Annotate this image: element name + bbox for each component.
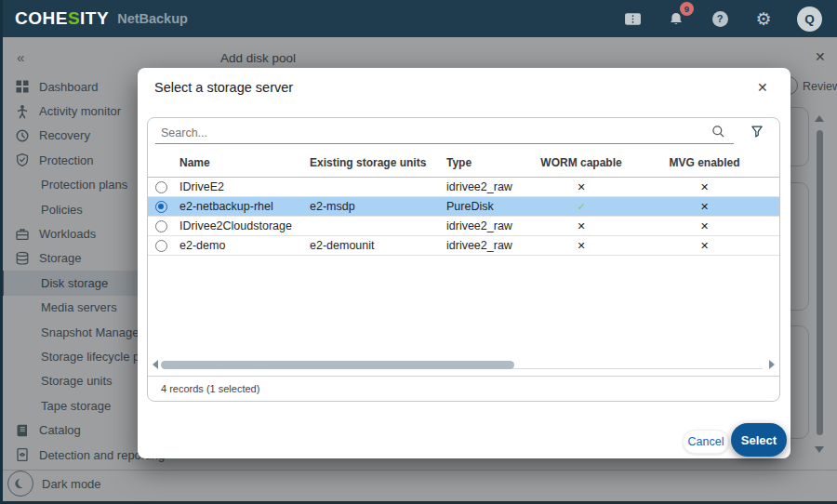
- cell-name: IDrivee2Cloudstorage: [179, 219, 310, 232]
- column-header-worm-capable[interactable]: WORM capable: [525, 156, 637, 169]
- settings-button[interactable]: ⚙: [753, 8, 774, 29]
- dialog-cancel-button[interactable]: Cancel: [683, 430, 729, 454]
- dialog-close-button[interactable]: ✕: [755, 78, 770, 97]
- radio-button[interactable]: [155, 240, 167, 252]
- dialog-select-button[interactable]: Select: [731, 423, 787, 457]
- cohesity-logo[interactable]: COHESITY: [15, 8, 109, 29]
- hscroll-thumb[interactable]: [161, 361, 514, 369]
- radio-button[interactable]: [155, 181, 167, 193]
- logo-accent-letter: S: [68, 8, 80, 28]
- cell-type: idrivee2_raw: [446, 219, 525, 232]
- table-row[interactable]: e2-demo e2-demounit idrivee2_raw ✕ ✕: [148, 236, 779, 256]
- dialog-title: Select a storage server: [154, 80, 293, 95]
- radio-button[interactable]: [155, 220, 167, 232]
- storage-server-table: Name Existing storage units Type WORM ca…: [147, 117, 780, 402]
- search-input[interactable]: [155, 123, 734, 144]
- cell-type: idrivee2_raw: [446, 239, 525, 252]
- search-icon[interactable]: [711, 125, 725, 142]
- table-body: IDriveE2 idrivee2_raw ✕ ✕ e2-netbackup-r…: [148, 178, 779, 256]
- cell-name: e2-netbackup-rhel: [179, 200, 310, 213]
- cell-type: PureDisk: [446, 200, 525, 213]
- gear-icon: ⚙: [755, 10, 771, 28]
- hscroll-right-arrow-icon[interactable]: [769, 360, 775, 369]
- ticket-icon: [624, 12, 642, 26]
- column-header-name[interactable]: Name: [179, 156, 310, 169]
- mvg-enabled-mark: ✕: [637, 220, 772, 232]
- cell-name: e2-demo: [179, 239, 310, 252]
- mvg-enabled-mark: ✕: [637, 240, 772, 252]
- worm-capable-check: ✓: [525, 201, 637, 213]
- cell-name: IDriveE2: [179, 180, 310, 193]
- worm-capable-mark: ✕: [525, 181, 637, 193]
- radio-button-selected[interactable]: [155, 201, 167, 213]
- product-name: NetBackup: [117, 11, 188, 26]
- mvg-enabled-mark: ✕: [637, 201, 772, 213]
- notification-badge: 9: [680, 2, 694, 16]
- worm-capable-mark: ✕: [525, 220, 637, 232]
- table-footer-divider: [148, 376, 779, 377]
- table-row[interactable]: IDriveE2 idrivee2_raw ✕ ✕: [148, 178, 779, 197]
- select-storage-server-dialog: Select a storage server ✕ Name Existing …: [138, 68, 790, 458]
- table-row-selected[interactable]: e2-netbackup-rhel e2-msdp PureDisk ✓ ✕: [148, 197, 779, 217]
- user-avatar[interactable]: Q: [797, 7, 822, 32]
- worm-capable-mark: ✕: [525, 240, 637, 252]
- column-header-type[interactable]: Type: [446, 156, 525, 169]
- records-summary: 4 records (1 selected): [161, 383, 259, 394]
- logo-text-end: ITY: [80, 8, 109, 28]
- app-header: COHESITY NetBackup 9 ? ⚙ Q: [0, 0, 837, 37]
- mvg-enabled-mark: ✕: [637, 181, 772, 193]
- table-header-row: Name Existing storage units Type WORM ca…: [148, 148, 779, 178]
- column-header-mvg-enabled[interactable]: MVG enabled: [637, 156, 772, 169]
- cell-existing-storage-units: e2-demounit: [310, 239, 446, 252]
- hscroll-left-arrow-icon[interactable]: [153, 360, 158, 369]
- app-window: COHESITY NetBackup 9 ? ⚙ Q « Add disk po…: [0, 0, 837, 504]
- header-actions: 9 ? ⚙ Q: [622, 7, 822, 32]
- column-header-existing-storage-units[interactable]: Existing storage units: [310, 156, 446, 169]
- filter-icon[interactable]: [751, 125, 764, 142]
- license-ticket-button[interactable]: [622, 8, 643, 29]
- cell-type: idrivee2_raw: [446, 180, 525, 193]
- notifications-button[interactable]: 9: [666, 8, 686, 29]
- cell-existing-storage-units: e2-msdp: [310, 200, 446, 213]
- logo-text: COHE: [15, 8, 68, 28]
- help-button[interactable]: ?: [710, 8, 730, 29]
- table-row[interactable]: IDrivee2Cloudstorage idrivee2_raw ✕ ✕: [148, 217, 779, 236]
- window-edge-left: [0, 0, 3, 504]
- question-mark-icon: ?: [712, 11, 728, 27]
